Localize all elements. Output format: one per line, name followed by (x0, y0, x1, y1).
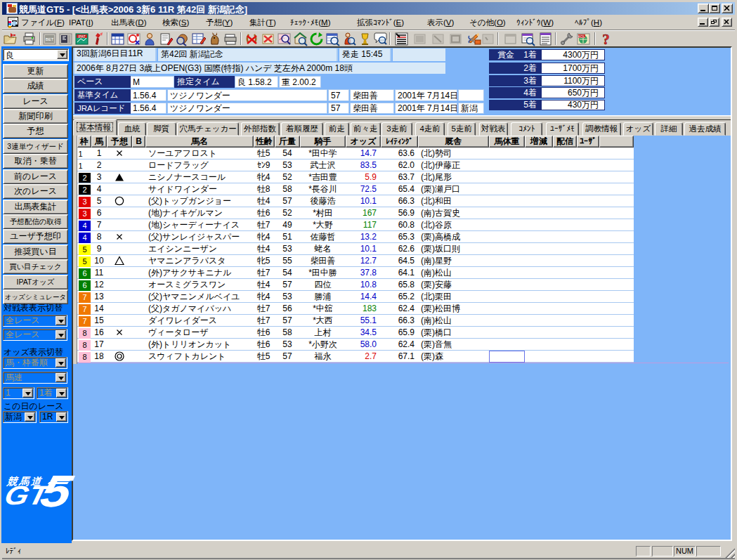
svg-text:?: ? (602, 32, 610, 46)
svg-text:KOL: KOL (578, 34, 585, 39)
svg-text:IPAT: IPAT (78, 34, 85, 39)
svg-text:BET: BET (46, 37, 54, 41)
